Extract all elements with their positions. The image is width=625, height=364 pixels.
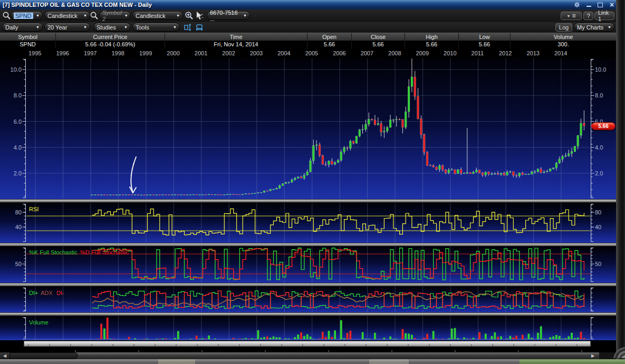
timeline-ruler[interactable]	[0, 340, 616, 347]
year-label: 1997	[84, 50, 97, 56]
svg-text:10.0: 10.0	[11, 66, 22, 73]
toolbar-row-1: SPND ▼ Candlestick▼ Symbol 2 ▼ Candlesti…	[0, 9, 616, 22]
quote-header-row: Symbol Current Price Time Open Close Hig…	[0, 33, 616, 41]
stochastic-panel[interactable]: %K Full Stochastic%D Full Stochastic5050	[0, 247, 616, 283]
col-header-high: High	[405, 33, 459, 41]
year-label: 2008	[388, 50, 401, 56]
tools-combo[interactable]: Tools▼	[132, 23, 180, 32]
chart-application-window: [7] SPINDLETOP OIL & GAS CO TEX COM NEW …	[0, 0, 625, 364]
chevron-down-icon[interactable]: ▼	[121, 25, 128, 29]
svg-text:DI+: DI+	[29, 290, 38, 296]
quote-high: 5.66	[405, 41, 459, 48]
year-label: 2007	[361, 50, 373, 56]
log-scale-button[interactable]: Log	[555, 23, 572, 32]
pointer-adjust-icon[interactable]: +−	[195, 11, 205, 21]
title-bar: [7] SPINDLETOP OIL & GAS CO TEX COM NEW …	[0, 0, 625, 10]
scroll-left-button[interactable]: ◀	[0, 352, 10, 359]
svg-text:10.0: 10.0	[595, 66, 606, 73]
chevron-down-icon[interactable]: ▼	[122, 14, 128, 17]
chevron-down-icon[interactable]: ▼	[81, 14, 87, 17]
menu-button[interactable]: ▼ ≡	[561, 12, 582, 20]
year-label: 2004	[277, 50, 290, 56]
taskbar-item	[369, 359, 409, 364]
close-button[interactable]: ×	[608, 2, 616, 8]
hamburger-icon: ≡	[572, 12, 575, 19]
quote-low: 5.66	[459, 41, 511, 48]
year-label: 2011	[472, 50, 484, 56]
col-header-volume: Volume	[511, 33, 616, 41]
svg-text:ADX: ADX	[41, 290, 53, 296]
volume-panel[interactable]: Volume	[0, 316, 616, 340]
minimize-button[interactable]	[585, 2, 592, 8]
quote-volume: 300.	[511, 41, 616, 48]
svg-text:50: 50	[595, 261, 601, 267]
year-label: 2002	[222, 50, 235, 56]
col-header-open: Open	[307, 33, 352, 41]
resize-grip[interactable]	[604, 343, 625, 358]
year-label: 2012	[499, 50, 512, 56]
dmi-adx-panel[interactable]: DI+ADXDI-	[0, 287, 616, 312]
resize-horizontal-icon[interactable]	[195, 23, 204, 32]
year-label: 2005	[305, 50, 318, 56]
style2-combo[interactable]: Candlestick▼	[132, 11, 183, 20]
chevron-down-icon[interactable]: ▼	[241, 14, 247, 17]
year-label: 2000	[167, 50, 179, 56]
maximize-button[interactable]	[597, 2, 604, 8]
svg-text:4.0: 4.0	[14, 144, 22, 151]
chevron-down-icon[interactable]: ▼	[605, 25, 611, 29]
settings-gear-icon[interactable]	[573, 2, 581, 8]
svg-text:2.0: 2.0	[595, 170, 603, 176]
year-label: 2001	[195, 50, 207, 56]
svg-text:RSI: RSI	[29, 206, 39, 212]
year-label: 2014	[554, 50, 567, 56]
svg-text:%K Full Stochastic: %K Full Stochastic	[29, 249, 78, 255]
panel-divider[interactable]	[0, 243, 616, 247]
last-price-tag: 5.66	[591, 122, 616, 130]
hand-drawn-arrow-annotation	[130, 157, 136, 193]
quote-symbol: SPND	[0, 41, 56, 48]
symbol1-value[interactable]: SPND	[14, 13, 33, 19]
my-charts-combo[interactable]: My Charts▼	[574, 23, 614, 32]
price-chart-panel[interactable]: 2.02.04.04.06.06.08.08.010.010.0	[0, 58, 616, 199]
taskbar-tray	[520, 359, 625, 364]
chevron-down-icon[interactable]: ▼	[170, 25, 177, 29]
scroll-right-button[interactable]: ▶	[586, 352, 599, 359]
span-combo[interactable]: 20 Year▼	[44, 23, 90, 32]
chevron-down-icon[interactable]: ▼	[33, 14, 40, 17]
horizontal-scrollbar[interactable]: ◀ ▶	[0, 352, 616, 359]
svg-text:40: 40	[595, 224, 601, 230]
panel-divider[interactable]	[0, 283, 616, 287]
panel-divider[interactable]	[0, 312, 616, 316]
range-preset-combo[interactable]: 6670-7516 ...▼	[207, 11, 250, 20]
panel-divider[interactable]	[0, 199, 616, 203]
taskbar-item	[158, 359, 195, 364]
window-title: [7] SPINDLETOP OIL & GAS CO TEX COM NEW …	[0, 2, 152, 8]
year-label: 1995	[28, 50, 41, 56]
svg-text:8.0: 8.0	[14, 92, 22, 99]
year-label: 1996	[56, 50, 69, 56]
scrollbar-thumb[interactable]	[9, 352, 78, 359]
svg-text:−: −	[201, 16, 204, 19]
symbol1-combo[interactable]: SPND ▼	[11, 11, 43, 20]
col-header-time: Time	[165, 33, 307, 41]
svg-text:2.0: 2.0	[14, 170, 22, 176]
window-right-edge	[616, 0, 625, 364]
quote-close: 5.66	[352, 41, 405, 48]
toolbar-row-2: Daily▼ 20 Year▼ Studies▼ Tools▼ Log My C…	[0, 22, 616, 33]
resize-vertical-icon[interactable]	[183, 23, 193, 32]
zoom-in-icon[interactable]	[185, 11, 194, 21]
chevron-down-icon[interactable]: ▼	[81, 25, 87, 29]
symbol2-placeholder[interactable]: Symbol 2	[102, 9, 122, 22]
rsi-panel[interactable]: RSI80804040	[0, 203, 616, 243]
style1-combo[interactable]: Candlestick▼	[44, 11, 90, 20]
chevron-down-icon[interactable]: ▼	[174, 14, 180, 17]
period-combo[interactable]: Daily▼	[2, 23, 43, 32]
studies-combo[interactable]: Studies▼	[93, 23, 131, 32]
svg-text:Volume: Volume	[29, 319, 49, 326]
link1-button[interactable]: Link 1	[594, 12, 614, 20]
chevron-down-icon[interactable]: ▼	[33, 25, 40, 29]
year-label: 2006	[333, 50, 345, 56]
search-icon	[90, 11, 99, 21]
help-button[interactable]: ?	[583, 12, 593, 20]
symbol2-combo[interactable]: Symbol 2 ▼	[99, 11, 131, 20]
